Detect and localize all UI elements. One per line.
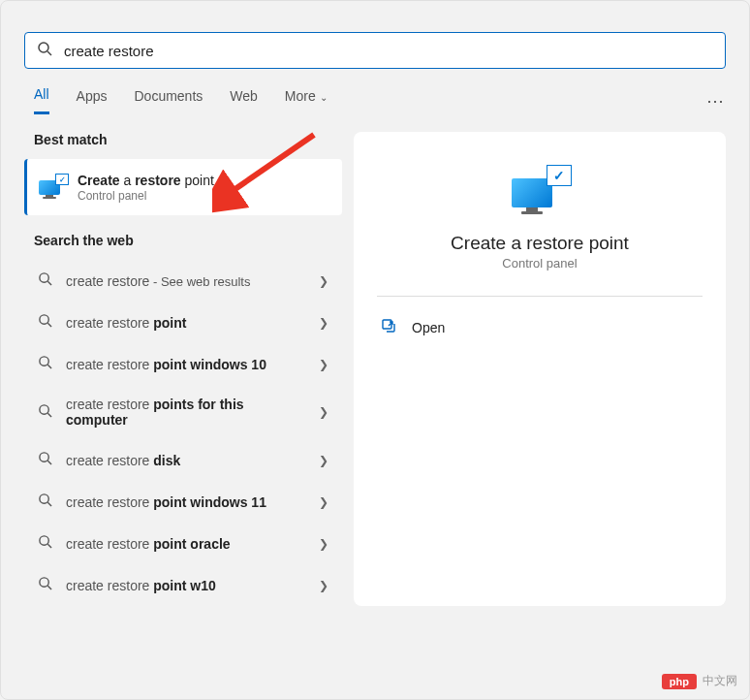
svg-line-13	[47, 503, 51, 507]
open-icon	[381, 318, 396, 337]
web-result-text: create restore - See web results	[66, 273, 250, 289]
web-result-text: create restore point windows 11	[66, 494, 266, 510]
watermark-text: 中文网	[703, 673, 737, 689]
search-icon	[38, 313, 52, 332]
filter-tabs: All Apps Documents Web More ⌄ ⋯	[24, 86, 726, 114]
svg-line-7	[47, 366, 51, 369]
tab-apps[interactable]: Apps	[77, 88, 108, 113]
search-icon	[38, 355, 52, 373]
search-web-heading: Search the web	[34, 233, 342, 248]
tab-more[interactable]: More ⌄	[285, 88, 328, 113]
chevron-right-icon: ❯	[319, 454, 328, 467]
tab-web[interactable]: Web	[230, 88, 258, 113]
svg-point-10	[40, 453, 48, 461]
web-result[interactable]: create restore disk❯	[24, 439, 342, 481]
web-result-text: create restore point windows 10	[66, 357, 266, 372]
svg-point-8	[40, 405, 48, 414]
svg-line-3	[47, 282, 51, 286]
chevron-right-icon: ❯	[319, 274, 328, 288]
web-result-text: create restore point oracle	[66, 536, 231, 552]
best-match-title: Create a restore point	[78, 172, 214, 189]
preview-title: Create a restore point	[377, 233, 703, 254]
web-result[interactable]: create restore point❯	[24, 302, 342, 343]
web-result-text: create restore point w10	[66, 578, 216, 593]
chevron-right-icon: ❯	[319, 405, 328, 419]
svg-line-1	[47, 51, 51, 55]
web-result[interactable]: create restore - See web results❯	[24, 260, 342, 302]
web-result[interactable]: create restore point oracle❯	[24, 523, 342, 564]
search-input[interactable]	[64, 43, 713, 59]
overflow-button[interactable]: ⋯	[706, 90, 726, 111]
web-result-text: create restore points for this computer	[66, 397, 289, 428]
web-result[interactable]: create restore point windows 10❯	[24, 343, 342, 385]
watermark-badge: php	[662, 674, 697, 689]
svg-point-6	[40, 357, 48, 366]
best-match-subtitle: Control panel	[78, 189, 214, 203]
chevron-right-icon: ❯	[319, 579, 328, 592]
svg-point-4	[40, 315, 48, 324]
best-match-heading: Best match	[34, 132, 342, 147]
open-label: Open	[412, 320, 445, 335]
preview-panel: ✓ Create a restore point Control panel O…	[354, 132, 726, 606]
search-icon	[38, 403, 52, 422]
web-result-text: create restore disk	[66, 453, 180, 468]
svg-line-15	[47, 545, 51, 549]
divider	[377, 296, 703, 297]
open-action[interactable]: Open	[377, 312, 703, 343]
search-icon	[37, 41, 52, 60]
svg-line-11	[47, 461, 51, 465]
svg-point-14	[40, 536, 48, 545]
svg-point-0	[39, 43, 48, 52]
svg-point-2	[40, 273, 48, 282]
web-result[interactable]: create restore point windows 11❯	[24, 481, 342, 523]
web-result-text: create restore point	[66, 315, 186, 331]
system-restore-icon-large: ✓	[512, 167, 568, 215]
watermark: php 中文网	[662, 673, 737, 689]
tab-documents[interactable]: Documents	[134, 88, 203, 113]
chevron-right-icon: ❯	[319, 495, 328, 509]
chevron-right-icon: ❯	[319, 358, 328, 371]
search-bar[interactable]	[24, 32, 726, 69]
preview-subtitle: Control panel	[377, 256, 703, 270]
tab-all[interactable]: All	[34, 86, 49, 114]
web-result[interactable]: create restore points for this computer❯	[24, 385, 342, 439]
svg-line-9	[47, 413, 51, 417]
svg-line-5	[47, 324, 51, 328]
web-result[interactable]: create restore point w10❯	[24, 564, 342, 606]
search-icon	[38, 534, 52, 553]
svg-point-12	[40, 494, 48, 503]
search-icon	[38, 271, 52, 290]
svg-line-17	[47, 587, 51, 590]
search-icon	[38, 451, 52, 469]
system-restore-icon: ✓	[39, 175, 66, 199]
results-column: Best match ✓ Create a restore point Cont…	[24, 132, 342, 606]
svg-point-16	[40, 578, 48, 587]
search-icon	[38, 493, 52, 511]
chevron-right-icon: ❯	[319, 537, 328, 551]
chevron-right-icon: ❯	[319, 316, 328, 330]
chevron-down-icon: ⌄	[320, 92, 328, 103]
search-icon	[38, 576, 52, 594]
best-match-result[interactable]: ✓ Create a restore point Control panel	[24, 159, 342, 215]
